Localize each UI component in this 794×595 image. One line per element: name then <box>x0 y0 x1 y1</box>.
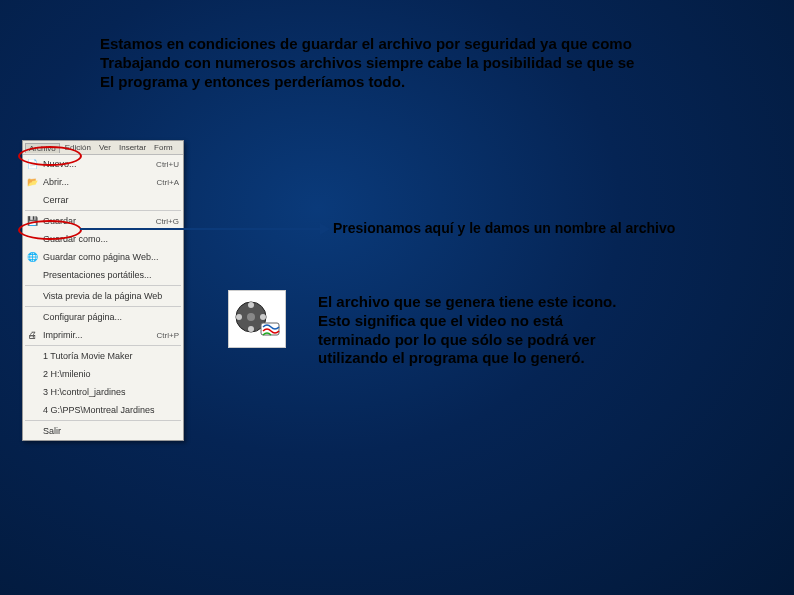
intro-paragraph: Estamos en condiciones de guardar el arc… <box>100 35 634 91</box>
callout-text-guardar: Presionamos aquí y le damos un nombre al… <box>333 220 675 236</box>
menu-label: Salir <box>43 426 179 436</box>
svg-point-1 <box>247 313 255 321</box>
blank-icon <box>25 385 39 399</box>
svg-point-4 <box>248 326 254 332</box>
menu-separator <box>25 345 181 346</box>
blank-icon <box>25 289 39 303</box>
blank-icon <box>25 403 39 417</box>
svg-point-5 <box>236 314 242 320</box>
menu-label: Configurar página... <box>43 312 179 322</box>
menu-label: Cerrar <box>43 195 179 205</box>
printer-icon: 🖨 <box>25 328 39 342</box>
desc-line-4: utilizando el programa que lo generó. <box>318 349 585 366</box>
blank-icon <box>25 193 39 207</box>
menu-label: Guardar como página Web... <box>43 252 179 262</box>
tab-ver: Ver <box>96 143 114 152</box>
blank-icon <box>25 310 39 324</box>
menu-item-recent2: 2 H:\milenio <box>23 365 183 383</box>
desc-line-3: terminado por lo que sólo se podrá ver <box>318 331 596 348</box>
menu-item-imprimir: 🖨 Imprimir... Ctrl+P <box>23 326 183 344</box>
menu-label: Vista previa de la página Web <box>43 291 179 301</box>
menu-label: 1 Tutoría Movie Maker <box>43 351 179 361</box>
icon-description-paragraph: El archivo que se genera tiene este icon… <box>318 293 616 368</box>
desc-line-1: El archivo que se genera tiene este icon… <box>318 293 616 310</box>
menu-label: 4 G:\PPS\Montreal Jardines <box>43 405 179 415</box>
blank-icon <box>25 424 39 438</box>
menu-item-guardar-web: 🌐 Guardar como página Web... <box>23 248 183 266</box>
file-menu-screenshot: Archivo Edición Ver Insertar Form 📄 Nuev… <box>22 140 184 441</box>
web-icon: 🌐 <box>25 250 39 264</box>
menu-item-abrir: 📂 Abrir... Ctrl+A <box>23 173 183 191</box>
intro-line-3: El programa y entonces perderíamos todo. <box>100 73 405 90</box>
tab-insertar: Insertar <box>116 143 149 152</box>
menu-item-salir: Salir <box>23 422 183 440</box>
annotation-arrow-line <box>80 228 323 230</box>
menu-label: 3 H:\control_jardines <box>43 387 179 397</box>
blank-icon <box>25 268 39 282</box>
blank-icon <box>25 349 39 363</box>
intro-line-2: Trabajando con numerosos archivos siempr… <box>100 54 634 71</box>
menu-item-cerrar: Cerrar <box>23 191 183 209</box>
tab-form: Form <box>151 143 176 152</box>
svg-point-2 <box>248 302 254 308</box>
menu-shortcut: Ctrl+A <box>157 178 179 187</box>
desc-line-2: Esto significa que el video no está <box>318 312 563 329</box>
menu-label: Abrir... <box>43 177 153 187</box>
menu-separator <box>25 420 181 421</box>
annotation-circle-archivo <box>18 146 82 166</box>
menu-item-recent1: 1 Tutoría Movie Maker <box>23 347 183 365</box>
annotation-arrow-head <box>320 223 330 235</box>
menu-item-config-pagina: Configurar página... <box>23 308 183 326</box>
menu-separator <box>25 285 181 286</box>
menu-separator <box>25 306 181 307</box>
movie-maker-icon <box>228 290 286 348</box>
svg-point-3 <box>260 314 266 320</box>
menu-separator <box>25 210 181 211</box>
menu-item-recent4: 4 G:\PPS\Montreal Jardines <box>23 401 183 419</box>
blank-icon <box>25 367 39 381</box>
menu-label: Presentaciones portátiles... <box>43 270 179 280</box>
menu-item-vista-previa: Vista previa de la página Web <box>23 287 183 305</box>
annotation-circle-guardar <box>18 220 82 240</box>
menu-label: Imprimir... <box>43 330 153 340</box>
intro-line-1: Estamos en condiciones de guardar el arc… <box>100 35 632 52</box>
menu-label: 2 H:\milenio <box>43 369 179 379</box>
open-folder-icon: 📂 <box>25 175 39 189</box>
menu-item-recent3: 3 H:\control_jardines <box>23 383 183 401</box>
menu-shortcut: Ctrl+G <box>156 217 179 226</box>
menu-item-presentaciones: Presentaciones portátiles... <box>23 266 183 284</box>
menu-shortcut: Ctrl+U <box>156 160 179 169</box>
menu-shortcut: Ctrl+P <box>157 331 179 340</box>
